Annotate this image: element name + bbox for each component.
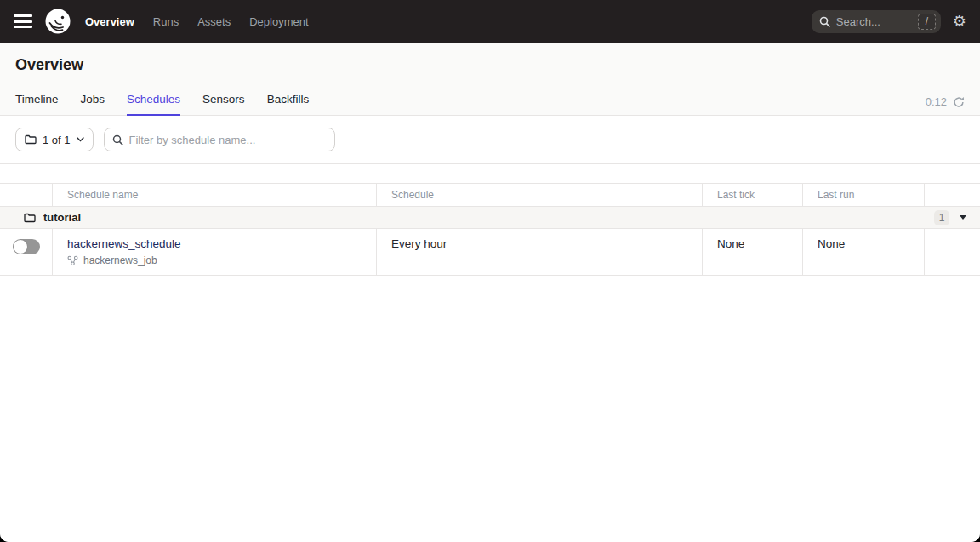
tabs-row: Timeline Jobs Schedules Sensors Backfill… xyxy=(0,86,980,115)
schedules-table: Schedule name Schedule Last tick Last ru… xyxy=(0,183,980,276)
repo-group-row[interactable]: tutorial 1 xyxy=(0,207,980,229)
app-window: Overview Runs Assets Deployment Search..… xyxy=(0,0,980,542)
schedule-cron-cell: Every hour xyxy=(377,229,703,275)
tab-timeline[interactable]: Timeline xyxy=(15,86,59,116)
table-row: hackernews_schedule hackernews_job Every… xyxy=(0,229,980,276)
last-run-cell: None xyxy=(803,229,925,275)
refresh-area: 0:12 xyxy=(926,95,965,115)
table-header-row: Schedule name Schedule Last tick Last ru… xyxy=(0,183,980,207)
refresh-icon[interactable] xyxy=(953,96,965,108)
last-tick-cell: None xyxy=(703,229,803,275)
dagster-logo-icon[interactable] xyxy=(44,8,71,35)
settings-gear-icon[interactable]: ⚙ xyxy=(953,14,966,29)
tab-backfills[interactable]: Backfills xyxy=(267,86,310,116)
top-nav: Overview Runs Assets Deployment Search..… xyxy=(0,0,980,43)
repo-group-name: tutorial xyxy=(43,211,81,224)
job-name-link[interactable]: hackernews_job xyxy=(83,254,157,266)
schedule-filter-field xyxy=(104,128,335,151)
column-header-schedule: Schedule xyxy=(377,184,703,206)
nav-item-assets[interactable]: Assets xyxy=(197,15,231,28)
collapse-caret-icon[interactable] xyxy=(960,215,966,220)
job-graph-icon xyxy=(67,255,78,266)
schedule-filter-input[interactable] xyxy=(129,134,327,146)
chevron-down-icon xyxy=(77,137,84,142)
search-icon xyxy=(112,134,123,145)
column-header-last-run: Last run xyxy=(803,184,925,206)
column-header-toggle xyxy=(0,184,53,206)
tab-jobs[interactable]: Jobs xyxy=(81,86,105,116)
schedule-name-cell: hackernews_schedule hackernews_job xyxy=(53,229,377,275)
column-header-last-tick: Last tick xyxy=(703,184,803,206)
folder-icon xyxy=(25,134,37,145)
global-search-input[interactable]: Search... / xyxy=(812,10,941,33)
page-title: Overview xyxy=(0,43,980,86)
tab-sensors[interactable]: Sensors xyxy=(202,86,245,116)
primary-nav: Overview Runs Assets Deployment xyxy=(85,15,309,28)
schedule-toggle-cell xyxy=(0,229,53,275)
column-header-actions xyxy=(925,184,980,206)
hamburger-menu-icon[interactable] xyxy=(14,14,32,28)
top-nav-right: Search... / ⚙ xyxy=(812,10,966,33)
group-row-right: 1 xyxy=(934,210,966,225)
group-count-badge: 1 xyxy=(934,210,949,225)
page-header: Overview Timeline Jobs Schedules Sensors… xyxy=(0,43,980,116)
folder-icon xyxy=(24,213,36,223)
schedule-toggle[interactable] xyxy=(13,239,40,254)
filter-row: 1 of 1 xyxy=(0,116,980,164)
repo-selector-label: 1 of 1 xyxy=(43,134,71,146)
column-header-schedule-name: Schedule name xyxy=(53,184,377,206)
toggle-knob xyxy=(14,240,27,254)
nav-item-runs[interactable]: Runs xyxy=(153,15,179,28)
schedule-name-link[interactable]: hackernews_schedule xyxy=(67,237,181,250)
row-actions-cell xyxy=(925,229,980,275)
search-placeholder: Search... xyxy=(836,15,918,28)
empty-content-area xyxy=(0,276,980,542)
nav-item-overview[interactable]: Overview xyxy=(85,15,134,28)
job-line: hackernews_job xyxy=(67,254,362,266)
refresh-countdown: 0:12 xyxy=(926,95,947,108)
repo-selector-dropdown[interactable]: 1 of 1 xyxy=(15,128,94,151)
search-shortcut-badge: / xyxy=(918,14,936,30)
search-icon xyxy=(819,16,830,27)
nav-item-deployment[interactable]: Deployment xyxy=(249,15,308,28)
tab-schedules[interactable]: Schedules xyxy=(127,86,180,116)
